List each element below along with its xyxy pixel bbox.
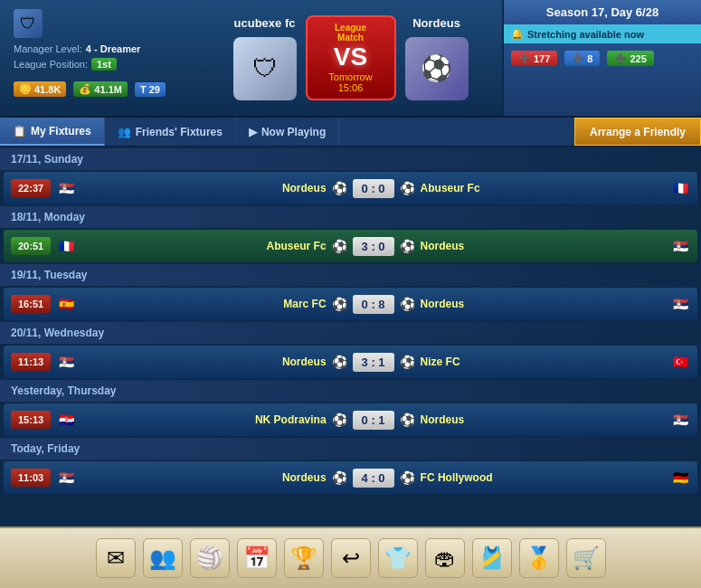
top-header: 🛡 Manager Level: 4 - Dreamer League Posi… [0,0,701,118]
league-position-value: 1st [91,58,117,71]
ball-icon-home: ⚽ [332,181,347,195]
toolbar-shop[interactable]: 🛒 [566,538,606,578]
training-stat-red: ➕ 177 [511,51,557,66]
fixtures-area: 17/11, Sunday 22:37 🇷🇸 Nordeus ⚽ 0 : 0 ⚽… [0,147,701,526]
home-team-name: Nordeus [81,356,326,368]
tab-now-playing-icon: ▶ [249,126,257,138]
away-team-name: Abuseur Fc [421,182,665,194]
match-time-badge: 20:51 [11,237,51,255]
away-flag: 🇷🇸 [670,298,690,310]
fixture-row[interactable]: 11:13 🇷🇸 Nordeus ⚽ 3 : 1 ⚽ Nize FC 🇹🇷 [4,346,697,378]
ball-icon-away: ⚽ [400,355,415,369]
date-header: 19/11, Tuesday [0,264,701,286]
toolbar-ball[interactable]: 🏐 [190,538,230,578]
ball-icon-away: ⚽ [400,181,415,195]
tab-my-fixtures[interactable]: 📋 My Fixtures [0,118,105,146]
score-display: 0 : 8 [353,295,394,314]
away-flag: 🇷🇸 [670,240,690,252]
home-team-name: Abuseur Fc [81,240,326,252]
toolbar-mail[interactable]: ✉ [96,538,136,578]
ball-icon-home: ⚽ [332,470,347,485]
manager-level-label: Manager Level: [14,43,82,54]
league-position-row: League Position: 1st [14,58,185,71]
tab-now-playing[interactable]: ▶ Now Playing [236,118,339,146]
ball-icon-home: ⚽ [332,297,347,311]
season-info: Season 17, Day 6/28 🔔 Stretching availab… [502,0,701,116]
match-type-label: Match [318,33,384,43]
arrange-friendly-label: Arrange a Friendly [590,126,686,138]
vs-badge[interactable]: League Match VS Tomorrow 15:06 [306,15,396,100]
date-header: Yesterday, Thursday [0,380,701,402]
match-time-badge: 15:13 [11,411,51,429]
home-team-crest: 🛡 [233,37,297,100]
tab-friends-fixtures-icon: 👥 [118,126,131,138]
away-team-col: Nordeus ⚽ [405,16,469,100]
fixture-row[interactable]: 15:13 🇭🇷 NK Podravina ⚽ 0 : 1 ⚽ Nordeus … [4,403,697,436]
money-icon: 💰 [79,83,91,95]
toolbar-kit[interactable]: 👕 [378,538,418,578]
training-blue-value: 8 [587,53,592,64]
tab-now-playing-label: Now Playing [261,126,326,138]
toolbar-stadium[interactable]: 🏟 [425,538,465,578]
league-position-label: League Position: [14,59,88,70]
ball-icon-home: ⚽ [332,239,347,253]
home-flag: 🇷🇸 [56,182,76,194]
manager-level-value: 4 - Dreamer [86,43,141,54]
toolbar-trophy[interactable]: 🥇 [519,538,559,578]
plus-icon-red: ➕ [518,52,531,64]
toolbar-players[interactable]: 👥 [143,538,183,578]
ball-icon-home: ⚽ [332,413,347,427]
trophy-value: 29 [149,84,160,95]
score-display: 4 : 0 [353,469,394,488]
tabs-area: 📋 My Fixtures 👥 Friends' Fixtures ▶ Now … [0,118,701,147]
plus-icon-blue: ➕ [572,52,584,64]
tab-friends-fixtures-label: Friends' Fixtures [136,126,223,138]
away-flag: 🇷🇸 [670,413,690,426]
home-flag: 🇷🇸 [56,471,76,484]
vs-text: VS [318,43,384,71]
score-display: 3 : 0 [353,237,394,256]
league-match-label: League [318,23,384,33]
away-team-name: FC Hollywood [421,471,665,484]
fixture-row[interactable]: 16:51 🇪🇸 Marc FC ⚽ 0 : 8 ⚽ Nordeus 🇷🇸 [4,288,697,320]
gold-stat: 🪙 41.8K [14,81,66,97]
match-hour: 15:06 [318,82,384,93]
score-display: 0 : 1 [353,411,394,430]
toolbar-cup[interactable]: 🏆 [284,538,324,578]
fixture-row[interactable]: 20:51 🇫🇷 Abuseur Fc ⚽ 3 : 0 ⚽ Nordeus 🇷🇸 [4,230,697,262]
season-title: Season 17, Day 6/28 [504,0,701,24]
training-stat-blue: ➕ 8 [564,51,600,66]
ball-icon-away: ⚽ [400,470,415,485]
gold-value: 41.8K [34,84,61,95]
trophy-stat: T 29 [135,82,166,97]
tab-friends-fixtures[interactable]: 👥 Friends' Fixtures [105,118,236,146]
ball-icon-away: ⚽ [400,239,415,253]
fixture-row[interactable]: 11:03 🇷🇸 Nordeus ⚽ 4 : 0 ⚽ FC Hollywood … [4,461,697,494]
home-flag: 🇪🇸 [56,298,76,310]
away-flag: 🇹🇷 [670,356,690,368]
away-flag: 🇩🇪 [670,471,690,484]
toolbar-calendar[interactable]: 📅 [237,538,277,578]
away-team-crest: ⚽ [405,37,469,100]
home-flag: 🇫🇷 [56,240,76,252]
toolbar-back[interactable]: ↩ [331,538,371,578]
away-flag: 🇫🇷 [670,182,690,194]
home-flag: 🇷🇸 [56,356,76,368]
fixture-row[interactable]: 22:37 🇷🇸 Nordeus ⚽ 0 : 0 ⚽ Abuseur Fc 🇫🇷 [4,172,697,204]
manager-level-row: Manager Level: 4 - Dreamer [14,43,185,54]
match-center: ucubexe fc 🛡 League Match VS Tomorrow 15… [199,0,502,116]
resource-stats: 🪙 41.8K 💰 41.1M T 29 [14,81,185,97]
toolbar-shirt[interactable]: 🎽 [472,538,512,578]
notification-text: Stretching available now [527,29,644,40]
gold-icon: 🪙 [19,83,32,95]
training-stats: ➕ 177 ➕ 8 ➕ 225 [504,43,701,73]
ball-icon-away: ⚽ [400,413,415,427]
home-team-name: Nordeus [81,182,326,194]
arrange-friendly-button[interactable]: Arrange a Friendly [574,118,701,146]
money-stat: 💰 41.1M [73,81,128,97]
away-team-name: Nordeus [421,413,665,426]
away-team-name: Nordeus [421,240,665,252]
match-time-badge: 16:51 [11,295,51,313]
match-time-badge: 22:37 [11,179,51,197]
bottom-toolbar: ✉ 👥 🏐 📅 🏆 ↩ 👕 🏟 🎽 🥇 🛒 [0,526,701,588]
